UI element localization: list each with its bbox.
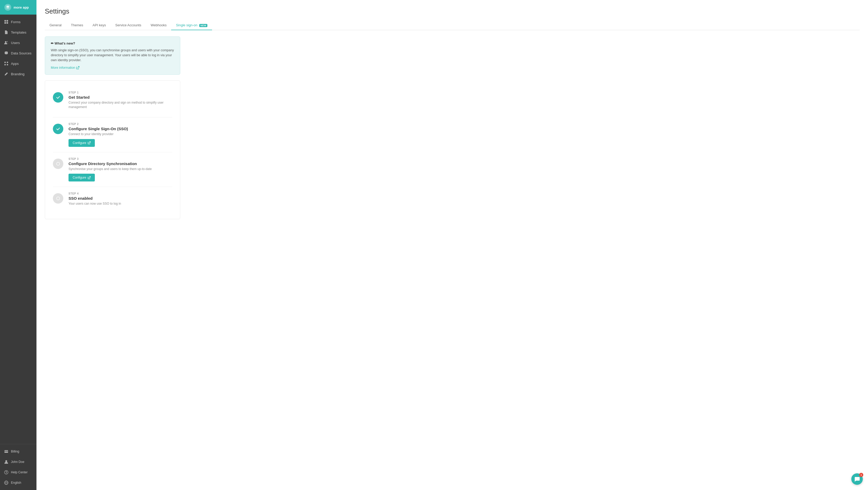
logo-icon [4, 4, 11, 11]
info-box-title: ✏ What's new? [51, 41, 174, 45]
step-3-content: STEP 3 Configure Directory Synchronisati… [68, 158, 172, 182]
tab-general[interactable]: General [45, 21, 66, 30]
sidebar-item-data-sources-label: Data Sources [11, 51, 32, 55]
tab-themes[interactable]: Themes [66, 21, 88, 30]
svg-rect-16 [4, 451, 8, 452]
svg-rect-13 [4, 64, 6, 65]
sidebar-item-apps-label: Apps [11, 62, 19, 66]
step-2-icon [53, 124, 63, 134]
more-information-link[interactable]: More information [51, 66, 80, 69]
sidebar-item-english[interactable]: English [0, 478, 36, 488]
svg-rect-12 [7, 62, 8, 63]
check-icon [56, 95, 60, 100]
step-3-icon [53, 159, 63, 169]
tab-webhooks[interactable]: Webhooks [146, 21, 171, 30]
sidebar-item-data-sources[interactable]: Data Sources [0, 48, 36, 58]
file-icon [4, 30, 8, 34]
question-icon [4, 470, 8, 475]
brush-icon [4, 72, 8, 76]
check-icon [56, 127, 60, 131]
tab-api-keys[interactable]: API keys [88, 21, 111, 30]
sidebar-item-help-center-label: Help Center [11, 470, 28, 474]
sidebar-item-billing-label: Billing [11, 450, 19, 453]
step-2: STEP 2 Configure Single Sign-On (SSO) Co… [53, 118, 172, 152]
step-2-title: Configure Single Sign-On (SSO) [68, 127, 172, 131]
steps-card: STEP 1 Get Started Connect your company … [45, 80, 180, 219]
step-2-description: Connect to your identity provider [68, 132, 172, 136]
external-link-icon [76, 66, 80, 69]
svg-rect-17 [5, 452, 6, 452]
info-box: ✏ What's new? With single sign-on (SSO),… [45, 36, 180, 75]
empty-check-icon [56, 196, 60, 201]
sidebar-item-forms[interactable]: Forms [0, 17, 36, 27]
sidebar-item-billing[interactable]: Billing [0, 446, 36, 457]
step-2-content: STEP 2 Configure Single Sign-On (SSO) Co… [68, 123, 172, 147]
svg-rect-5 [5, 32, 7, 33]
step-1-label: STEP 1 [68, 91, 172, 94]
sidebar-item-templates-label: Templates [11, 30, 26, 34]
logo-text: more app [13, 5, 29, 9]
chat-icon [854, 476, 860, 482]
svg-rect-11 [4, 62, 6, 63]
info-box-body: With single sign-on (SSO), you can synch… [51, 48, 174, 63]
svg-rect-2 [6, 20, 8, 22]
users-icon [4, 41, 8, 45]
svg-rect-3 [4, 22, 6, 24]
grid-icon [4, 20, 8, 24]
external-link-icon [88, 176, 91, 179]
sidebar-bottom: Billing John Doe Help Center English [0, 444, 36, 490]
globe-icon [4, 481, 8, 485]
sidebar-item-forms-label: Forms [11, 20, 21, 24]
sidebar-item-branding-label: Branding [11, 72, 25, 76]
step-4-description: Your users can now use SSO to log in [68, 201, 172, 206]
sidebar-item-apps[interactable]: Apps [0, 58, 36, 69]
sidebar-logo[interactable]: more app [0, 0, 36, 14]
chat-badge: 1 [859, 473, 863, 477]
sidebar-item-help-center[interactable]: Help Center [0, 467, 36, 478]
svg-point-25 [57, 197, 60, 200]
step-4-content: STEP 4 SSO enabled Your users can now us… [68, 192, 172, 208]
page-title: Settings [45, 7, 860, 15]
sidebar-item-john-doe[interactable]: John Doe [0, 457, 36, 467]
step-1-content: STEP 1 Get Started Connect your company … [68, 91, 172, 112]
step-4: STEP 4 SSO enabled Your users can now us… [53, 187, 172, 214]
new-badge: NEW [199, 24, 207, 27]
chat-bubble[interactable]: 1 [851, 473, 863, 485]
main-content: Settings General Themes API keys Service… [36, 0, 868, 490]
step-3: STEP 3 Configure Directory Synchronisati… [53, 152, 172, 187]
svg-rect-14 [7, 64, 8, 65]
step-3-title: Configure Directory Synchronisation [68, 161, 172, 166]
person-icon [4, 460, 8, 464]
svg-rect-4 [6, 22, 8, 24]
step-4-icon [53, 193, 63, 204]
step-3-configure-button[interactable]: Configure [68, 174, 95, 182]
svg-rect-6 [5, 33, 7, 33]
step-1-description: Connect your company directory and sign … [68, 100, 172, 109]
main-header: Settings General Themes API keys Service… [36, 0, 868, 30]
billing-icon [4, 449, 8, 454]
sidebar-nav: Forms Templates Users Data Sources [0, 14, 36, 444]
tab-single-sign-on[interactable]: Single sign-on NEW [171, 21, 212, 30]
step-4-label: STEP 4 [68, 192, 172, 195]
step-3-description: Synchronise your groups and users to kee… [68, 167, 172, 171]
empty-check-icon [56, 161, 60, 166]
svg-rect-1 [4, 20, 6, 22]
svg-point-24 [57, 162, 60, 165]
database-icon [4, 51, 8, 55]
tabs: General Themes API keys Service Accounts… [45, 21, 860, 30]
sidebar-item-templates[interactable]: Templates [0, 27, 36, 37]
external-link-icon [88, 141, 91, 144]
svg-point-18 [5, 460, 7, 462]
step-2-label: STEP 2 [68, 123, 172, 126]
step-4-title: SSO enabled [68, 196, 172, 200]
step-2-configure-button[interactable]: Configure [68, 139, 95, 147]
sidebar-item-english-label: English [11, 481, 21, 485]
sidebar-item-branding[interactable]: Branding [0, 69, 36, 79]
step-1-icon [53, 92, 63, 103]
svg-point-8 [5, 41, 6, 43]
apps-icon [4, 61, 8, 66]
tab-service-accounts[interactable]: Service Accounts [111, 21, 146, 30]
sidebar-item-users[interactable]: Users [0, 37, 36, 48]
sidebar-item-john-doe-label: John Doe [11, 460, 24, 464]
step-3-label: STEP 3 [68, 158, 172, 160]
